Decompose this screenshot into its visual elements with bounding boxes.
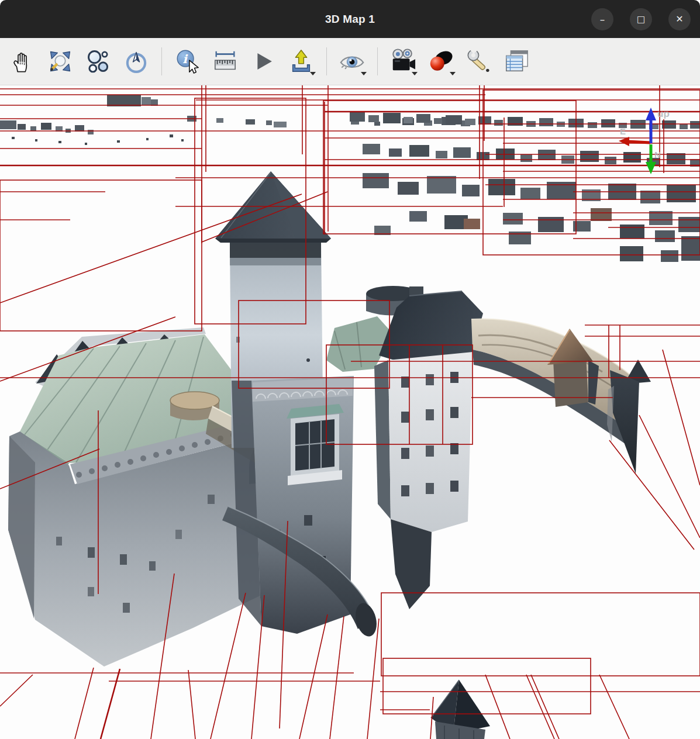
dropdown-arrow-icon xyxy=(310,72,316,75)
axis-east-label: E xyxy=(620,126,626,136)
window-controls: – □ ✕ xyxy=(591,0,691,38)
zoom-arrows-icon xyxy=(47,49,73,74)
compass-button[interactable] xyxy=(121,44,151,79)
ruler-icon xyxy=(212,48,239,75)
tools-button[interactable] xyxy=(464,44,494,79)
wrench-icon xyxy=(465,48,492,75)
info-query-button[interactable]: i xyxy=(172,44,202,79)
map-3d-viewport[interactable]: up E N xyxy=(0,85,700,739)
toolbar: i xyxy=(0,38,700,85)
axis-north-label: N xyxy=(654,150,661,160)
view-button[interactable] xyxy=(337,44,367,79)
movie-camera-icon xyxy=(389,48,417,75)
info-cursor-icon: i xyxy=(174,48,201,75)
castle-model xyxy=(8,171,651,739)
hand-icon xyxy=(10,49,35,74)
pan-button[interactable] xyxy=(7,44,37,79)
upload-arrow-icon xyxy=(288,48,315,75)
zoom-button[interactable] xyxy=(45,44,75,79)
toolbar-separator xyxy=(161,47,162,75)
maximize-button[interactable]: □ xyxy=(630,8,652,30)
dropdown-arrow-icon xyxy=(361,72,367,75)
dropdown-arrow-icon xyxy=(450,72,456,75)
report-button[interactable] xyxy=(502,44,532,79)
circles-icon xyxy=(85,49,111,74)
toolbar-separator xyxy=(326,47,327,75)
record-button[interactable] xyxy=(388,44,418,79)
window-titlebar: 3D Map 1 – □ ✕ xyxy=(0,0,700,38)
scene-3d: up E N xyxy=(0,85,700,739)
sphere-button[interactable] xyxy=(426,44,456,79)
close-button[interactable]: ✕ xyxy=(668,8,691,30)
eye-icon xyxy=(337,48,367,75)
play-button[interactable] xyxy=(248,44,278,79)
compass-icon xyxy=(123,49,149,74)
window-title: 3D Map 1 xyxy=(325,13,375,26)
upload-button[interactable] xyxy=(286,44,316,79)
distant-city xyxy=(0,95,700,262)
report-table-icon xyxy=(504,48,530,75)
axis-gizmo: up E N xyxy=(619,108,670,174)
axis-up-label: up xyxy=(657,108,670,119)
toolbar-separator xyxy=(377,47,378,75)
dropdown-arrow-icon xyxy=(412,72,418,75)
minimize-button[interactable]: – xyxy=(591,8,613,30)
select-circles-button[interactable] xyxy=(83,44,113,79)
red-sphere-icon xyxy=(427,48,455,75)
play-icon xyxy=(251,49,275,74)
measure-button[interactable] xyxy=(210,44,240,79)
